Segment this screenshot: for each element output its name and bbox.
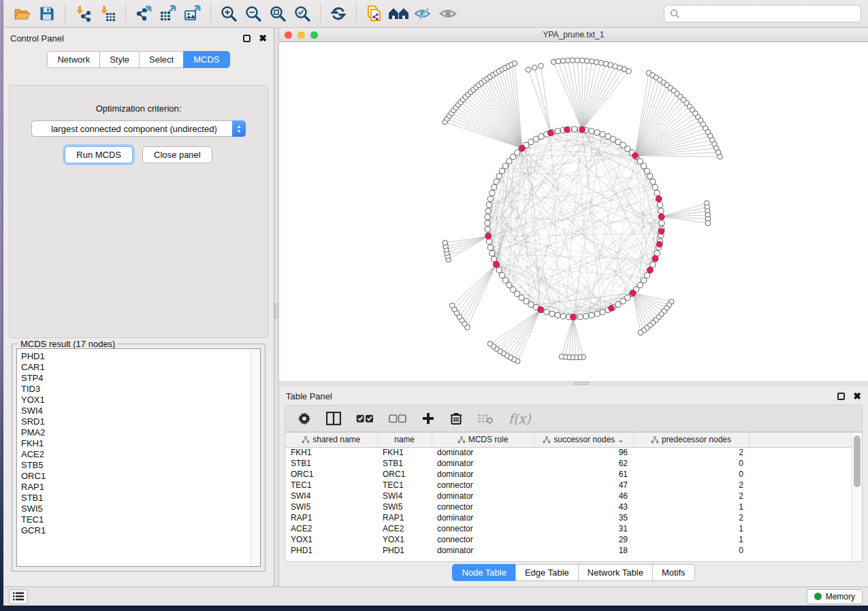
mcds-result-item[interactable]: SWI5: [21, 503, 260, 514]
cell-shared-name: SWI4: [285, 491, 377, 501]
cell-successor-nodes: 46: [534, 491, 633, 501]
network-canvas[interactable]: [279, 42, 868, 381]
table-row[interactable]: FKH1FKH1dominator962: [285, 447, 852, 458]
cell-filler: [749, 534, 852, 545]
mcds-result-item[interactable]: SRD1: [21, 416, 260, 427]
log-console-button[interactable]: [9, 589, 28, 604]
mcds-result-item[interactable]: PMA2: [21, 427, 260, 438]
export-network-icon[interactable]: [131, 3, 156, 24]
tab-edge-table[interactable]: Edge Table: [515, 564, 578, 581]
control-panel-title: Control Panel: [10, 33, 64, 44]
mcds-result-item[interactable]: CAR1: [21, 362, 260, 373]
mcds-result-item[interactable]: STP4: [21, 373, 260, 384]
table-row[interactable]: ORC1ORC1dominator610: [285, 469, 852, 480]
column-header-mcds-role[interactable]: MCDS role: [432, 433, 534, 447]
table-settings-icon[interactable]: [298, 412, 311, 425]
table-row[interactable]: YOX1YOX1connector291: [285, 534, 852, 545]
mcds-result-item[interactable]: ORC1: [21, 471, 260, 482]
table-row[interactable]: ACE2ACE2connector311: [285, 523, 852, 534]
mcds-result-item[interactable]: FKH1: [21, 438, 260, 449]
zoom-out-icon[interactable]: [241, 3, 266, 24]
select-all-icon[interactable]: [356, 414, 374, 423]
list-scrollbar[interactable]: [251, 349, 260, 566]
mcds-result-item[interactable]: SWI4: [21, 406, 260, 416]
tab-motifs[interactable]: Motifs: [652, 564, 695, 581]
mcds-result-item[interactable]: YOX1: [21, 395, 260, 406]
close-panel-button[interactable]: Close panel: [142, 146, 212, 163]
table-scrollbar-thumb[interactable]: [854, 435, 861, 487]
mcds-result-item[interactable]: PHD1: [21, 351, 260, 362]
optimization-criterion-select[interactable]: largest connected component (undirected)…: [31, 120, 246, 137]
table-scrollbar[interactable]: [852, 433, 862, 561]
cell-filler: [749, 523, 852, 534]
cell-filler: [749, 447, 852, 458]
column-header-predecessor-nodes[interactable]: predecessor nodes: [633, 433, 749, 447]
deselect-all-icon[interactable]: [389, 414, 406, 423]
close-panel-icon[interactable]: ✖: [259, 35, 267, 42]
table-row[interactable]: PHD1PHD1dominator180: [285, 545, 852, 556]
tab-network[interactable]: Network: [47, 51, 99, 68]
cell-mcds-role: connector: [432, 501, 534, 512]
tab-select[interactable]: Select: [139, 51, 183, 68]
mcds-result-item[interactable]: RAP1: [21, 482, 260, 493]
export-image-icon[interactable]: [180, 3, 205, 24]
search-field[interactable]: [664, 5, 861, 22]
tab-network-table[interactable]: Network Table: [578, 564, 652, 581]
memory-button[interactable]: Memory: [807, 589, 863, 604]
mcds-result-list[interactable]: PHD1CAR1STP4TID3YOX1SWI4SRD1PMA2FKH1ACE2…: [16, 348, 261, 567]
tab-style[interactable]: Style: [99, 51, 139, 68]
mcds-result-item[interactable]: STB1: [21, 493, 260, 503]
horizontal-splitter[interactable]: [279, 381, 868, 386]
network-view-titlebar[interactable]: YPA_prune.txt_1: [279, 28, 868, 42]
cell-name: ORC1: [377, 469, 432, 480]
tab-mcds[interactable]: MCDS: [183, 51, 229, 68]
control-panel: Control Panel ✖ Network Style Select MCD…: [3, 28, 274, 587]
show-all-icon[interactable]: [436, 3, 460, 24]
refresh-icon[interactable]: [326, 3, 351, 24]
column-header-successor-nodes[interactable]: successor nodes ⌄: [534, 433, 633, 447]
mcds-result-item[interactable]: TEC1: [21, 514, 260, 525]
show-column-panel-icon[interactable]: [326, 412, 341, 425]
cell-successor-nodes: 62: [534, 458, 633, 469]
clone-network-icon[interactable]: [362, 3, 387, 24]
column-header-name[interactable]: name: [377, 433, 432, 447]
import-table-icon[interactable]: [95, 3, 120, 24]
tab-node-table[interactable]: Node Table: [452, 564, 515, 581]
mcds-result-item[interactable]: STB5: [21, 460, 260, 471]
close-table-panel-icon[interactable]: ✖: [853, 393, 861, 400]
cell-mcds-role: connector: [432, 523, 534, 534]
run-mcds-button[interactable]: Run MCDS: [65, 146, 133, 163]
zoom-selected-icon[interactable]: [290, 3, 315, 24]
network-graph[interactable]: [279, 42, 868, 381]
hide-selected-icon[interactable]: [411, 3, 436, 24]
table-row[interactable]: SWI4SWI4dominator462: [285, 491, 852, 501]
first-neighbors-icon[interactable]: [387, 3, 411, 24]
create-column-icon[interactable]: [421, 412, 435, 425]
zoom-in-icon[interactable]: [216, 3, 241, 24]
zoom-fit-icon[interactable]: [266, 3, 290, 24]
mcds-result-item[interactable]: TID3: [21, 384, 260, 395]
search-input[interactable]: [679, 9, 855, 18]
mcds-result-item[interactable]: GCR1: [21, 525, 260, 536]
import-network-icon[interactable]: [71, 3, 95, 24]
save-icon[interactable]: [35, 3, 59, 24]
float-panel-icon[interactable]: [243, 35, 251, 42]
control-panel-tabs: Network Style Select MCDS: [3, 51, 274, 68]
float-table-panel-icon[interactable]: [837, 393, 845, 400]
toolbar-separator: [356, 3, 357, 24]
column-header-shared-name[interactable]: shared name: [285, 433, 377, 447]
vertical-splitter[interactable]: [274, 28, 279, 587]
table-row[interactable]: RAP1RAP1dominator352: [285, 512, 852, 523]
delete-column-icon[interactable]: [450, 412, 462, 425]
mcds-result-item[interactable]: ACE2: [21, 449, 260, 460]
cell-predecessor-nodes: 0: [633, 545, 749, 556]
table-row[interactable]: TEC1TEC1connector472: [285, 480, 852, 491]
open-icon[interactable]: [10, 3, 35, 24]
table-row[interactable]: SWI5SWI5connector431: [285, 501, 852, 512]
cell-successor-nodes: 43: [534, 501, 633, 512]
cell-mcds-role: connector: [432, 480, 534, 491]
toolbar-separator: [320, 3, 321, 24]
table-row[interactable]: STB1STB1dominator620: [285, 458, 852, 469]
cell-shared-name: RAP1: [285, 512, 377, 523]
export-table-icon[interactable]: [156, 3, 180, 24]
